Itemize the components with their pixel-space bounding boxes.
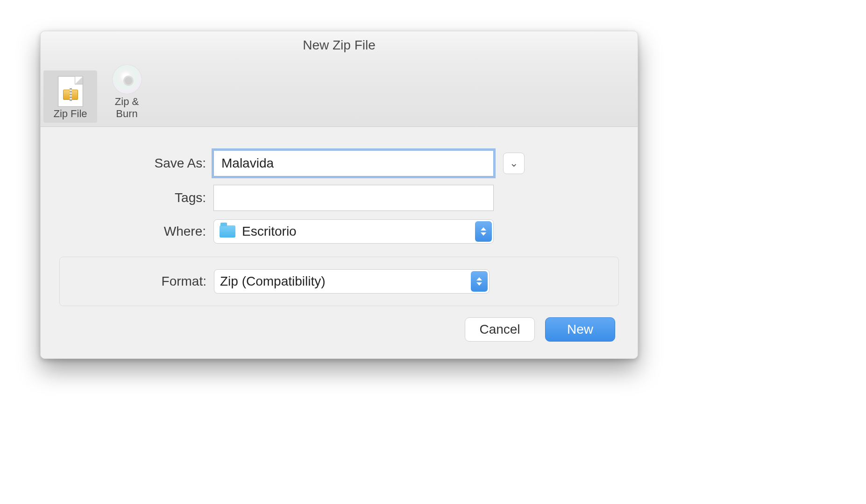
tags-input[interactable] <box>213 185 494 211</box>
cancel-button[interactable]: Cancel <box>465 317 535 342</box>
updown-stepper-icon <box>471 271 488 292</box>
save-as-label: Save As: <box>59 156 213 171</box>
format-value: Zip (Compatibility) <box>220 274 326 289</box>
chevron-down-icon: ⌄ <box>510 157 518 169</box>
row-format: Format: Zip (Compatibility) <box>60 269 618 294</box>
dialog-title: New Zip File <box>41 31 638 58</box>
updown-stepper-icon <box>475 221 492 242</box>
dialog-body: Save As: ⌄ Tags: Where: Escritorio Forma… <box>41 127 638 358</box>
zip-file-icon <box>46 75 94 108</box>
toolbar-item-zip-file[interactable]: Zip File <box>43 70 97 123</box>
where-select[interactable]: Escritorio <box>213 219 494 244</box>
disc-icon <box>103 63 151 96</box>
format-panel: Format: Zip (Compatibility) <box>59 257 619 306</box>
folder-icon <box>220 225 235 238</box>
cancel-button-label: Cancel <box>479 322 520 337</box>
row-save-as: Save As: ⌄ <box>59 150 619 176</box>
format-label: Format: <box>60 274 214 289</box>
expand-save-panel-button[interactable]: ⌄ <box>503 153 525 174</box>
tags-label: Tags: <box>59 190 213 205</box>
toolbar-item-zip-and-burn[interactable]: Zip & Burn <box>100 58 154 123</box>
toolbar: Zip File Zip & Burn <box>41 58 638 127</box>
new-zip-dialog: New Zip File Zip File Zip & Burn Save As… <box>40 31 638 359</box>
where-value: Escritorio <box>242 224 297 239</box>
toolbar-item-label: Zip & Burn <box>103 96 151 120</box>
format-select[interactable]: Zip (Compatibility) <box>214 269 490 294</box>
new-button-label: New <box>567 322 593 337</box>
new-button[interactable]: New <box>545 317 615 342</box>
toolbar-item-label: Zip File <box>46 108 94 120</box>
dialog-footer: Cancel New <box>59 317 619 344</box>
save-as-input[interactable] <box>213 150 494 176</box>
row-where: Where: Escritorio <box>59 219 619 244</box>
row-tags: Tags: <box>59 185 619 211</box>
where-label: Where: <box>59 224 213 239</box>
